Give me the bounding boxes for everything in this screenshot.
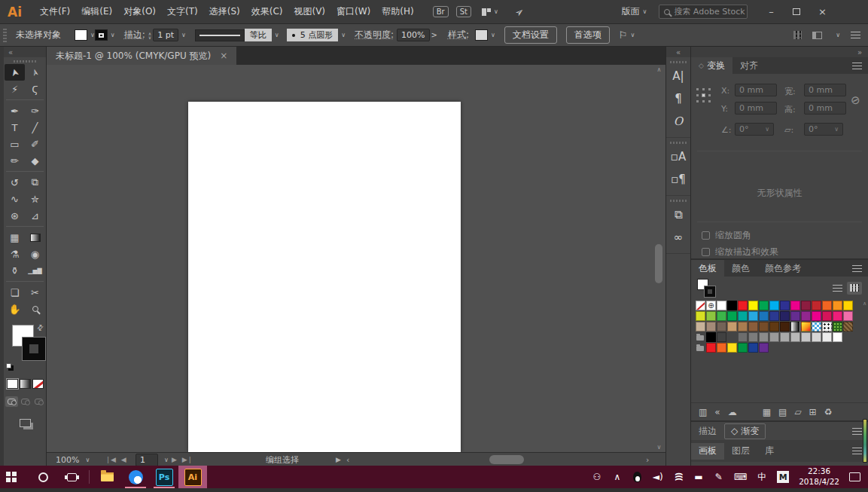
- draw-behind-button[interactable]: [19, 396, 32, 407]
- zoom-tool[interactable]: [25, 301, 45, 317]
- eraser-tool[interactable]: ◆: [25, 152, 45, 169]
- panel-menu-icon[interactable]: [852, 265, 862, 272]
- chevron-down-icon[interactable]: ∨: [494, 8, 498, 15]
- swatch[interactable]: [780, 332, 790, 342]
- links-panel-icon[interactable]: ∞: [666, 226, 690, 249]
- fill-color-swatch[interactable]: [75, 29, 87, 41]
- swatch[interactable]: [738, 343, 748, 353]
- cortana-button[interactable]: [29, 466, 57, 488]
- scale-tool[interactable]: ⧉: [25, 174, 45, 191]
- panel-menu-icon[interactable]: [852, 448, 862, 454]
- qq-icon[interactable]: [632, 472, 643, 482]
- touch-workspace-icon[interactable]: [793, 31, 802, 39]
- swatch-pattern[interactable]: [812, 322, 821, 332]
- share-icon[interactable]: ➢: [512, 5, 526, 20]
- slice-tool[interactable]: ✂: [25, 284, 45, 301]
- chevron-down-icon[interactable]: ∨: [631, 32, 635, 38]
- color-button[interactable]: [7, 379, 18, 389]
- tab-gradient[interactable]: ◇渐变: [724, 423, 766, 439]
- vertical-scrollbar[interactable]: ∧ ∨: [654, 65, 664, 452]
- horizontal-scroll-thumb[interactable]: [489, 455, 524, 464]
- swatch[interactable]: [706, 343, 716, 353]
- next-last-artboard-buttons[interactable]: ▶ ▶|: [172, 453, 193, 466]
- document-setup-button[interactable]: 文档设置: [504, 26, 557, 44]
- color-group-folder-icon[interactable]: [696, 332, 705, 342]
- list-view-button[interactable]: [830, 282, 845, 295]
- menu-effect[interactable]: 效果(C): [251, 5, 283, 18]
- swatch[interactable]: [843, 301, 853, 310]
- swatch[interactable]: [748, 311, 758, 321]
- width-field[interactable]: 0 mm: [804, 84, 846, 96]
- add-to-library-button[interactable]: ☁: [728, 407, 737, 417]
- swatch[interactable]: [748, 322, 758, 332]
- swatch[interactable]: [696, 322, 705, 332]
- menu-object[interactable]: 对象(O): [123, 5, 156, 18]
- illustrator-button[interactable]: Ai: [178, 466, 207, 488]
- swatch[interactable]: [748, 343, 758, 353]
- swatch-scroll-up-icon[interactable]: ∧​: [863, 301, 866, 313]
- canvas[interactable]: ∧ ∨: [47, 65, 665, 452]
- dock-panels-icon[interactable]: [812, 32, 822, 39]
- swatch[interactable]: [780, 301, 790, 310]
- swatch[interactable]: [748, 301, 758, 310]
- scroll-down-icon[interactable]: ∨: [654, 444, 664, 451]
- draw-inside-button[interactable]: [32, 396, 45, 407]
- constrain-proportions-icon[interactable]: ⊘: [849, 92, 863, 108]
- menu-window[interactable]: 窗口(W): [337, 5, 370, 18]
- eyedropper-tool[interactable]: ⚗: [5, 246, 25, 262]
- document-tab[interactable]: 未标题-1 @ 100% (CMYK/GPU 预览) ×: [47, 47, 236, 65]
- chevron-down-icon[interactable]: ∨: [181, 32, 186, 38]
- swatch[interactable]: [706, 322, 716, 332]
- swatch[interactable]: [717, 301, 726, 310]
- close-tab-icon[interactable]: ×: [220, 50, 227, 61]
- width-profile-preview[interactable]: [195, 29, 245, 41]
- preferences-button[interactable]: 首选项: [566, 26, 610, 44]
- new-color-group-button[interactable]: ▱: [794, 407, 801, 417]
- opacity-field[interactable]: 100%: [397, 29, 429, 41]
- style-label[interactable]: 样式:: [448, 29, 469, 41]
- swatch[interactable]: [717, 343, 726, 353]
- bridge-button[interactable]: Br: [433, 6, 449, 17]
- type-tool[interactable]: T: [5, 119, 25, 136]
- character-styles-panel-icon[interactable]: ▫A: [666, 145, 690, 168]
- swatch[interactable]: [759, 332, 769, 342]
- gradient-tool[interactable]: [25, 229, 45, 246]
- selection-tool[interactable]: ➤: [5, 64, 25, 81]
- grid-view-button[interactable]: [847, 282, 862, 295]
- swatch[interactable]: [759, 311, 769, 321]
- swatch[interactable]: [727, 311, 737, 321]
- gradient-button[interactable]: [20, 379, 31, 389]
- stroke-weight-stepper[interactable]: ∧∨: [148, 32, 151, 39]
- y-field[interactable]: 0 mm: [735, 102, 777, 115]
- shear-angle-field[interactable]: 0°∨: [804, 123, 843, 136]
- wifi-icon[interactable]: ))): [673, 472, 684, 482]
- swatch[interactable]: [822, 311, 832, 321]
- scroll-right-icon[interactable]: ›: [646, 453, 649, 466]
- ime-indicator[interactable]: 中: [757, 471, 767, 484]
- collapsed-panel-color-strip[interactable]: [863, 419, 867, 463]
- stroke-weight-field[interactable]: 1 pt: [153, 29, 178, 41]
- action-center-icon[interactable]: [849, 472, 860, 481]
- artboard-number-field[interactable]: 1∨: [136, 453, 169, 466]
- swatch[interactable]: [759, 322, 769, 332]
- keyboard-icon[interactable]: ⌨: [734, 472, 747, 482]
- swatch[interactable]: [696, 311, 705, 321]
- swatch-none[interactable]: [696, 301, 705, 310]
- swatch[interactable]: [769, 322, 779, 332]
- swatch[interactable]: [801, 332, 811, 342]
- swatch[interactable]: [833, 311, 842, 321]
- dock-gripper[interactable]: [670, 142, 687, 144]
- chevron-down-icon[interactable]: ∨: [111, 32, 115, 38]
- swatch-pattern[interactable]: [822, 322, 832, 332]
- pen-tool[interactable]: ✒: [5, 102, 25, 119]
- swatch[interactable]: [759, 301, 769, 310]
- x-field[interactable]: 0 mm: [735, 84, 777, 96]
- default-fill-stroke-icon[interactable]: [6, 363, 11, 368]
- swatch[interactable]: [833, 301, 842, 310]
- first-prev-artboard-buttons[interactable]: |◀ ◀: [107, 453, 128, 466]
- menu-view[interactable]: 视图(V): [294, 5, 325, 18]
- swatch-pattern[interactable]: [833, 322, 842, 332]
- stock-button[interactable]: St: [456, 6, 471, 17]
- shaper-tool[interactable]: ✏: [5, 152, 25, 169]
- height-field[interactable]: 0 mm: [804, 102, 846, 115]
